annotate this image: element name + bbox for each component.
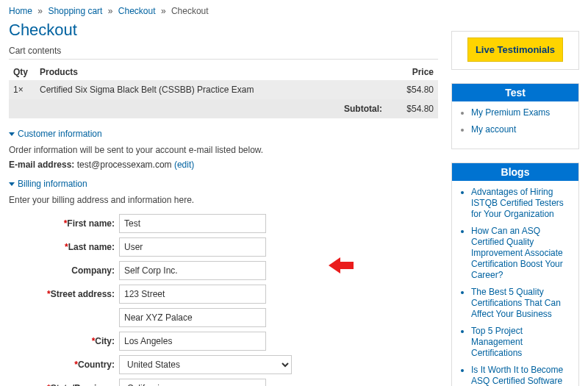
edit-email-link[interactable]: (edit) (174, 160, 194, 170)
list-item: Advantages of Hiring ISTQB Certified Tes… (471, 187, 573, 220)
link-my-account[interactable]: My account (471, 124, 516, 135)
breadcrumb-sep: » (37, 6, 43, 16)
label-state: *State/Province: (9, 383, 119, 386)
breadcrumb-cart[interactable]: Shopping cart (48, 6, 102, 16)
col-qty: Qty (9, 64, 35, 80)
billing-info-toggle[interactable]: Billing information (9, 179, 438, 189)
cart-table: Qty Products Price 1× Certified Six Sigm… (9, 64, 438, 118)
live-testimonials-button[interactable]: Live Testimonials (467, 37, 563, 62)
cart-line-qty: 1× (9, 80, 35, 99)
street1-field[interactable] (119, 285, 266, 304)
blog-link[interactable]: Is It Worth It to Become ASQ Certified S… (471, 365, 563, 386)
email-label: E-mail address: (9, 160, 74, 170)
breadcrumb-home[interactable]: Home (9, 6, 32, 16)
cart-line-price: $54.80 (387, 80, 438, 99)
live-testimonials-box: Live Testimonials (451, 31, 579, 70)
link-premium-exams[interactable]: My Premium Exams (471, 107, 550, 118)
city-field[interactable] (119, 332, 266, 351)
caret-down-icon (9, 132, 15, 136)
label-company: Company: (9, 265, 119, 276)
label-last-name: *Last name: (9, 242, 119, 252)
state-select[interactable]: California (119, 379, 266, 386)
list-item: Top 5 Project Management Certifications (471, 326, 573, 359)
label-country: *Country: (9, 360, 119, 370)
customer-info-title: Customer information (18, 129, 102, 139)
col-price: Price (387, 64, 438, 80)
blog-link[interactable]: How Can an ASQ Certified Quality Improve… (471, 226, 563, 280)
cart-contents-label: Cart contents (9, 46, 438, 60)
caret-down-icon (9, 182, 15, 186)
breadcrumb: Home » Shopping cart » Checkout » Checko… (9, 6, 579, 16)
billing-helper: Enter your billing address and informati… (9, 195, 438, 205)
arrow-left-icon (329, 256, 354, 277)
list-item: Is It Worth It to Become ASQ Certified S… (471, 365, 573, 386)
email-value: test@processexam.com (77, 160, 172, 170)
blogs-heading: Blogs (452, 163, 578, 181)
breadcrumb-current: Checkout (171, 6, 209, 16)
label-city: *City: (9, 336, 119, 346)
test-heading: Test (452, 84, 578, 101)
page-title: Checkout (9, 21, 438, 40)
test-box: Test My Premium Exams My account (451, 83, 579, 149)
email-line: E-mail address: test@processexam.com (ed… (9, 160, 438, 170)
blog-link[interactable]: Advantages of Hiring ISTQB Certified Tes… (471, 187, 564, 219)
cart-subtotal-label: Subtotal: (9, 99, 387, 118)
last-name-field[interactable] (119, 237, 266, 257)
breadcrumb-sep: » (108, 6, 113, 16)
col-products: Products (35, 64, 387, 80)
customer-info-helper: Order information will be sent to your a… (9, 145, 438, 155)
list-item: How Can an ASQ Certified Quality Improve… (471, 226, 573, 281)
customer-info-toggle[interactable]: Customer information (9, 129, 438, 139)
blog-link[interactable]: Top 5 Project Management Certifications (471, 326, 523, 358)
first-name-field[interactable] (119, 214, 266, 233)
blogs-box: Blogs Advantages of Hiring ISTQB Certifi… (451, 162, 579, 386)
company-field[interactable] (119, 261, 266, 280)
label-street: *Street address: (9, 289, 119, 299)
billing-form: *First name: *Last name: Company: *Stree… (9, 214, 438, 386)
blog-link[interactable]: The Best 5 Quality Certifications That C… (471, 287, 561, 319)
cart-subtotal-row: Subtotal: $54.80 (9, 99, 438, 118)
cart-line-name: Certified Six Sigma Black Belt (CSSBB) P… (35, 80, 387, 99)
breadcrumb-checkout-1[interactable]: Checkout (118, 6, 156, 16)
list-item: The Best 5 Quality Certifications That C… (471, 287, 573, 320)
cart-subtotal-value: $54.80 (387, 99, 438, 118)
label-first-name: *First name: (9, 218, 119, 229)
billing-info-title: Billing information (18, 179, 87, 189)
svg-marker-0 (329, 257, 354, 274)
cart-line-item: 1× Certified Six Sigma Black Belt (CSSBB… (9, 80, 438, 99)
breadcrumb-sep: » (161, 6, 166, 16)
country-select[interactable]: United States (119, 355, 292, 374)
street2-field[interactable] (119, 308, 266, 327)
